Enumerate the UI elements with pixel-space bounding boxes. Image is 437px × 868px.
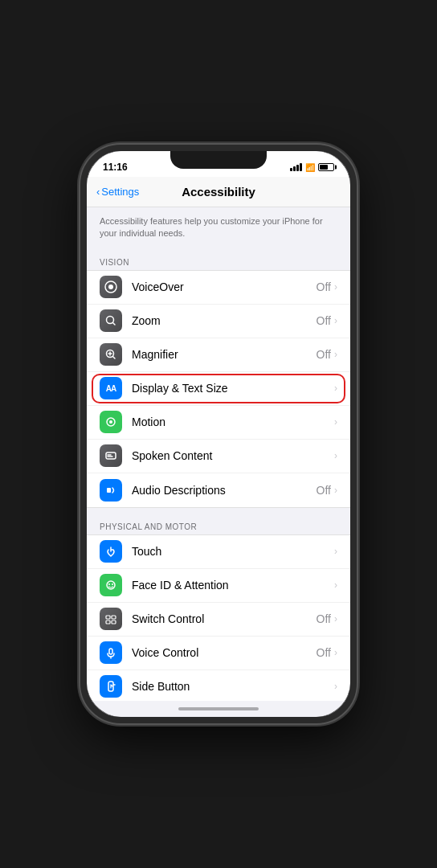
svg-rect-17 (106, 616, 110, 619)
touch-label: Touch (132, 545, 334, 558)
volume-down-button (80, 244, 82, 267)
side-button-chevron: › (334, 681, 337, 692)
switch-value: Off (317, 612, 331, 625)
status-icons: 📶 (290, 163, 334, 172)
voiceover-icon (100, 276, 122, 298)
description-text: Accessibility features help you customiz… (87, 207, 350, 248)
battery-icon (318, 163, 334, 171)
side-button-icon (100, 675, 122, 698)
display-icon: AA (100, 377, 122, 399)
svg-point-16 (112, 583, 113, 585)
svg-rect-19 (106, 620, 110, 624)
audio-descriptions-item[interactable]: Audio Descriptions Off › (87, 473, 350, 507)
motion-icon (100, 411, 122, 433)
voiceover-chevron: › (334, 281, 337, 293)
vision-settings-group: VoiceOver Off › Zoom Off › (87, 270, 350, 508)
svg-rect-13 (107, 488, 111, 493)
wifi-icon: 📶 (305, 163, 315, 172)
zoom-value: Off (317, 314, 331, 327)
audio-label: Audio Descriptions (132, 484, 317, 497)
volume-up-button (80, 215, 82, 238)
svg-line-3 (113, 323, 116, 326)
zoom-chevron: › (334, 315, 337, 326)
switch-chevron: › (334, 613, 337, 624)
voiceover-item[interactable]: VoiceOver Off › (87, 271, 350, 305)
chevron-left-icon: ‹ (96, 186, 100, 198)
motion-label: Motion (132, 416, 334, 428)
magnifier-label: Magnifier (132, 348, 317, 361)
display-text-size-item[interactable]: AA Display & Text Size › (87, 372, 350, 406)
side-button-item[interactable]: Side Button › (87, 670, 350, 701)
nav-bar: ‹ Settings Accessibility (87, 177, 350, 207)
switch-control-icon (100, 608, 122, 630)
vision-section-header: VISION (87, 248, 350, 270)
spoken-label: Spoken Content (132, 449, 334, 462)
audio-chevron: › (334, 485, 337, 496)
zoom-item[interactable]: Zoom Off › (87, 305, 350, 338)
signal-icon (290, 163, 302, 171)
magnifier-icon (100, 343, 122, 366)
audio-icon (100, 479, 122, 502)
switch-control-item[interactable]: Switch Control Off › (87, 603, 350, 637)
svg-point-1 (108, 285, 113, 289)
voice-control-value: Off (317, 646, 331, 659)
motion-item[interactable]: Motion › (87, 406, 350, 440)
magnifier-item[interactable]: Magnifier Off › (87, 338, 350, 372)
zoom-label: Zoom (132, 314, 317, 327)
touch-chevron: › (334, 546, 337, 557)
svg-point-15 (108, 583, 110, 585)
home-indicator (87, 701, 350, 717)
content-area: Accessibility features help you customiz… (87, 207, 350, 701)
voice-control-label: Voice Control (132, 646, 317, 659)
svg-rect-20 (112, 620, 116, 624)
page-title: Accessibility (182, 185, 255, 199)
voiceover-value: Off (317, 280, 331, 293)
svg-line-5 (113, 357, 116, 359)
faceid-label: Face ID & Attention (132, 579, 334, 592)
faceid-item[interactable]: Face ID & Attention › (87, 569, 350, 603)
voice-control-item[interactable]: Voice Control Off › (87, 637, 350, 670)
spoken-content-item[interactable]: Spoken Content › (87, 440, 350, 473)
svg-rect-10 (106, 452, 116, 459)
switch-label: Switch Control (132, 612, 317, 625)
faceid-chevron: › (334, 579, 337, 591)
spoken-chevron: › (334, 450, 337, 461)
phone-frame: 11:16 📶 ‹ Settings Accessibility (80, 145, 357, 723)
zoom-icon (100, 309, 122, 332)
voice-control-chevron: › (334, 647, 337, 658)
svg-rect-21 (109, 649, 112, 654)
physical-settings-group: Touch › Face ID & Attention › (87, 534, 350, 701)
side-button-label: Side Button (132, 680, 334, 693)
power-button (355, 231, 357, 264)
physical-section-header: PHYSICAL AND MOTOR (87, 513, 350, 534)
magnifier-value: Off (317, 348, 331, 361)
svg-rect-18 (112, 616, 116, 619)
home-bar (178, 707, 259, 710)
svg-point-9 (109, 420, 112, 424)
voiceover-label: VoiceOver (132, 280, 317, 293)
display-chevron: › (334, 383, 337, 394)
voice-control-icon (100, 641, 122, 664)
audio-value: Off (317, 484, 331, 497)
display-label: Display & Text Size (132, 382, 334, 395)
magnifier-chevron: › (334, 349, 337, 360)
faceid-icon (100, 574, 122, 596)
back-button[interactable]: ‹ Settings (96, 186, 139, 198)
notch (170, 151, 267, 169)
screen: 11:16 📶 ‹ Settings Accessibility (87, 151, 350, 717)
back-label: Settings (101, 186, 139, 198)
status-time: 11:16 (103, 162, 128, 173)
spoken-icon (100, 444, 122, 467)
touch-item[interactable]: Touch › (87, 535, 350, 569)
motion-chevron: › (334, 416, 337, 428)
touch-icon (100, 540, 122, 563)
